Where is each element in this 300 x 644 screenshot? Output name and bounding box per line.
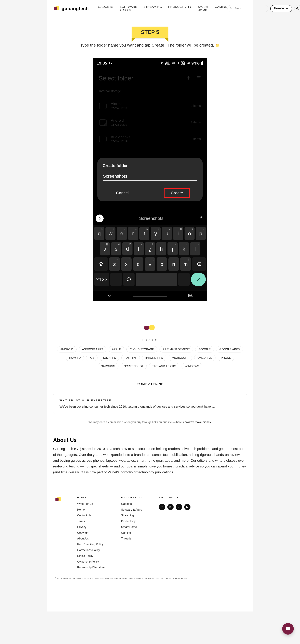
search-input[interactable]: Search: [228, 5, 268, 12]
footer-link[interactable]: Ownership Policy: [77, 560, 106, 564]
footer-link[interactable]: Productivity: [121, 520, 143, 523]
key-k[interactable]: k(: [179, 242, 189, 256]
key-p[interactable]: p0: [196, 227, 206, 240]
footer-link[interactable]: Partnership Disclaimer: [77, 566, 106, 569]
footer-link[interactable]: Streaming: [121, 514, 143, 517]
topic-chip[interactable]: SCREENSHOT: [120, 363, 147, 369]
nav-smarthome[interactable]: SMART HOME: [198, 5, 208, 12]
facebook-icon[interactable]: f: [159, 504, 165, 510]
footer-link[interactable]: Gadgets: [121, 502, 143, 506]
key-r[interactable]: r4: [128, 227, 138, 240]
footer-link[interactable]: Copyright: [77, 531, 106, 534]
cancel-button[interactable]: Cancel: [110, 189, 135, 197]
linkedin-icon[interactable]: in: [167, 504, 174, 510]
key-i[interactable]: i8: [173, 227, 183, 240]
youtube-icon[interactable]: ▶: [184, 504, 190, 510]
key-f[interactable]: f-: [134, 242, 144, 256]
topic-chip[interactable]: GOOGLE: [195, 346, 214, 352]
create-button[interactable]: Create: [164, 188, 190, 198]
key-a[interactable]: a@: [100, 242, 110, 256]
brand[interactable]: guidingtech: [53, 5, 88, 12]
key-y[interactable]: y6: [150, 227, 160, 240]
topic-chip[interactable]: PHONE: [218, 355, 234, 361]
backspace-key[interactable]: [192, 257, 206, 271]
nav-streaming[interactable]: STREAMING: [144, 5, 162, 12]
key-v[interactable]: v:: [145, 257, 155, 271]
comma-key[interactable]: ,: [110, 273, 122, 286]
emoji-key[interactable]: [123, 273, 134, 286]
topic-chip[interactable]: SAMSUNG: [98, 363, 118, 369]
keyboard-switch-button[interactable]: [188, 294, 193, 298]
period-key[interactable]: .: [178, 273, 190, 286]
footer-link[interactable]: Write For Us: [77, 502, 106, 506]
symbols-key[interactable]: ?123: [94, 273, 109, 286]
topic-chip[interactable]: ANDROID: [57, 346, 76, 352]
tiktok-icon[interactable]: ♪: [176, 504, 182, 510]
folder-name-input[interactable]: [103, 173, 197, 180]
footer-link[interactable]: Privacy: [77, 526, 106, 529]
topic-chip[interactable]: ONEDRIVE: [194, 355, 216, 361]
topic-chip[interactable]: IOS: [86, 355, 98, 361]
nav-software[interactable]: SOFTWARE & APPS: [120, 5, 137, 12]
key-q[interactable]: q1: [94, 227, 104, 240]
mic-button[interactable]: [199, 216, 204, 221]
topic-chip[interactable]: APPLE: [108, 346, 124, 352]
topic-chip[interactable]: GOOGLE APPS: [216, 346, 243, 352]
suggestion-text[interactable]: Screenshots: [139, 216, 164, 221]
topic-chip[interactable]: WINDOWS: [182, 363, 202, 369]
gesture-bar[interactable]: [133, 296, 167, 296]
key-h[interactable]: h: [156, 242, 166, 256]
topic-chip[interactable]: TIPS AND TRICKS: [149, 363, 180, 369]
topic-chip[interactable]: IOS TIPS: [122, 355, 140, 361]
breadcrumb-home[interactable]: HOME > PHONE: [137, 382, 163, 386]
key-u[interactable]: u7: [162, 227, 172, 240]
key-s[interactable]: s#: [111, 242, 121, 256]
nav-gaming[interactable]: GAMING: [215, 5, 228, 12]
signal1-icon: [176, 62, 179, 64]
status-time: 19:35: [97, 61, 107, 66]
key-m[interactable]: m?: [180, 257, 191, 271]
shift-key[interactable]: [94, 257, 108, 271]
footer-link[interactable]: About Us: [77, 537, 106, 540]
topic-chip[interactable]: CLOUD STORAGE: [126, 346, 157, 352]
topic-chip[interactable]: IOS APPS: [100, 355, 119, 361]
topic-chip[interactable]: MICROSOFT: [168, 355, 192, 361]
footer-link[interactable]: Home: [77, 508, 106, 511]
key-d[interactable]: d₹: [122, 242, 132, 256]
footer-link[interactable]: Terms: [77, 520, 106, 523]
footer-link[interactable]: Ethics Policy: [77, 554, 106, 558]
key-l[interactable]: l): [190, 242, 200, 256]
expand-suggestions-button[interactable]: [96, 214, 104, 222]
topic-chip[interactable]: HOW-TO: [66, 355, 84, 361]
footer-link[interactable]: Contact Us: [77, 514, 106, 517]
key-o[interactable]: o9: [184, 227, 194, 240]
keyboard-hide-button[interactable]: [107, 294, 112, 299]
nav-gadgets[interactable]: GADGETS: [98, 5, 113, 12]
key-x[interactable]: x": [121, 257, 132, 271]
topic-chip[interactable]: IPHONE TIPS: [142, 355, 166, 361]
footer-link[interactable]: Fact Checking Policy: [77, 543, 106, 546]
topic-chip[interactable]: ANDROID APPS: [79, 346, 106, 352]
footer-link[interactable]: Software & Apps: [121, 508, 143, 511]
space-key[interactable]: [136, 273, 177, 286]
theme-toggle[interactable]: [294, 5, 300, 12]
enter-key[interactable]: [191, 273, 206, 286]
key-j[interactable]: j+: [168, 242, 178, 256]
footer-link[interactable]: Threads: [121, 537, 143, 540]
topic-chip[interactable]: FILE MANAGEMENT: [160, 346, 193, 352]
key-e[interactable]: e3: [117, 227, 127, 240]
key-z[interactable]: z*: [109, 257, 120, 271]
footer-link[interactable]: Smart Home: [121, 526, 143, 529]
footer-link[interactable]: Corrections Policy: [77, 548, 106, 552]
key-t[interactable]: t5: [140, 227, 150, 240]
footer-link[interactable]: Gaming: [121, 531, 143, 534]
key-c[interactable]: c': [133, 257, 144, 271]
key-b[interactable]: b;: [156, 257, 167, 271]
disclosure-link[interactable]: how we make money: [184, 420, 211, 424]
key-g[interactable]: g&: [145, 242, 155, 256]
newsletter-button[interactable]: Newsletter: [270, 5, 292, 12]
key-w[interactable]: w2: [106, 227, 116, 240]
key-n[interactable]: n!: [168, 257, 179, 271]
feedback-fab[interactable]: [282, 623, 294, 635]
nav-productivity[interactable]: PRODUCTIVITY: [168, 5, 192, 12]
